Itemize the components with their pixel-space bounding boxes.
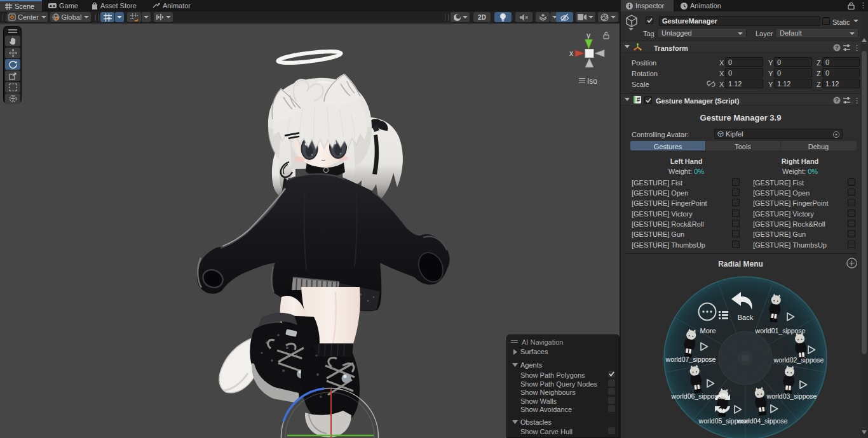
svg-text:world05_sippose: world05_sippose bbox=[698, 417, 749, 425]
svg-text:world02_sippose: world02_sippose bbox=[773, 356, 824, 364]
svg-text:world06_sippose: world06_sippose bbox=[671, 392, 722, 400]
svg-text:world03_sippose: world03_sippose bbox=[766, 392, 817, 400]
svg-text:Iso: Iso bbox=[587, 77, 597, 86]
svg-text:y: y bbox=[587, 31, 590, 40]
svg-text:world07_sippose: world07_sippose bbox=[665, 355, 716, 363]
svg-text:#: # bbox=[637, 96, 641, 103]
svg-text:Back: Back bbox=[738, 314, 754, 321]
svg-text:?: ? bbox=[835, 97, 839, 103]
svg-text:world01_sippose: world01_sippose bbox=[755, 327, 806, 335]
svg-text:?: ? bbox=[835, 44, 839, 51]
svg-text:More: More bbox=[700, 327, 715, 335]
svg-text:x: x bbox=[569, 49, 573, 58]
